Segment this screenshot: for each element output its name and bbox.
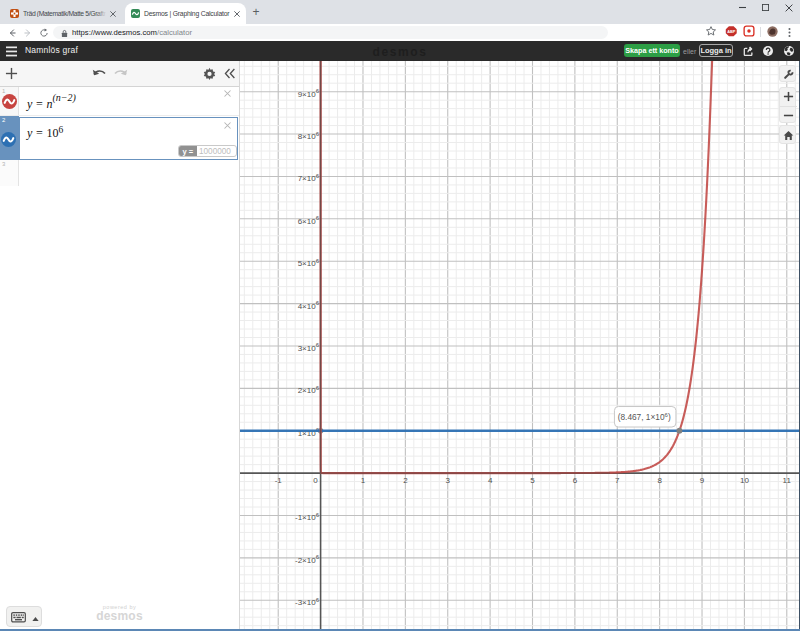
svg-text:4×106: 4×106: [298, 300, 320, 311]
svg-text:1×106: 1×106: [298, 427, 320, 438]
svg-text:(8.467, 1×106): (8.467, 1×106): [618, 412, 671, 422]
svg-text:9×106: 9×106: [298, 88, 320, 99]
svg-text:11: 11: [783, 475, 792, 484]
svg-text:3×106: 3×106: [298, 342, 320, 353]
svg-text:3: 3: [446, 475, 451, 484]
svg-text:1: 1: [361, 475, 366, 484]
svg-text:10: 10: [740, 475, 749, 484]
svg-text:2×106: 2×106: [298, 384, 320, 395]
svg-text:7: 7: [615, 475, 620, 484]
svg-text:8×106: 8×106: [298, 130, 320, 141]
svg-text:0: 0: [313, 475, 318, 484]
svg-text:-2×106: -2×106: [295, 554, 320, 565]
svg-text:4: 4: [488, 475, 493, 484]
svg-text:2: 2: [403, 475, 408, 484]
svg-text:-1×106: -1×106: [295, 511, 320, 521]
svg-text:7×106: 7×106: [298, 172, 320, 183]
svg-text:ABP: ABP: [727, 29, 736, 34]
svg-text:6: 6: [573, 475, 578, 484]
svg-text:8: 8: [657, 475, 662, 484]
svg-text:-1: -1: [275, 475, 283, 484]
svg-text:6×106: 6×106: [298, 215, 320, 226]
svg-text:5: 5: [530, 475, 535, 484]
svg-text:-3×106: -3×106: [295, 596, 320, 607]
svg-text:5×106: 5×106: [298, 257, 320, 268]
svg-text:9: 9: [700, 475, 705, 484]
